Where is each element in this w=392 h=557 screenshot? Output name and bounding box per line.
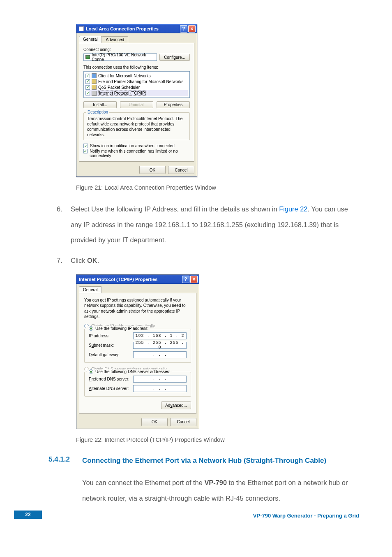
dns-fieldset: Use the following DNS server addresses: …	[84, 372, 191, 397]
pref-dns-input[interactable]: . . .	[133, 376, 187, 383]
description-group: Description Transmission Control Protoco…	[83, 112, 190, 140]
dialog1-pane: Connect using: Intel(R) PRO/100 VE Netwo…	[79, 43, 194, 162]
cancel-button[interactable]: Cancel	[170, 418, 196, 426]
configure-button[interactable]: Configure...	[159, 54, 190, 61]
section-number: 5.4.1.2	[41, 455, 82, 466]
figure-21-caption: Figure 21: Local Area Connection Propert…	[76, 184, 359, 191]
tab-general[interactable]: General	[79, 286, 102, 293]
checkbox-icon[interactable]: ✓	[83, 149, 88, 153]
step-7-text: Click OK.	[71, 253, 359, 269]
nic-field: Intel(R) PRO/100 VE Network Conne	[83, 53, 157, 61]
items-label: This connection uses the following items…	[83, 65, 190, 70]
ip-fieldset: Use the following IP address: IP address…	[84, 329, 191, 363]
radio-use-dns-label: Use the following DNS server addresses:	[95, 369, 170, 374]
pref-dns-label: Preferred DNS server:	[89, 377, 131, 381]
list-item[interactable]: ✓ QoS Packet Scheduler	[85, 84, 188, 90]
alt-dns-label: Alternate DNS server:	[89, 386, 131, 391]
gateway-label: Default gateway:	[89, 353, 131, 357]
ok-button[interactable]: OK	[141, 418, 168, 426]
list-item[interactable]: ✓ Client for Microsoft Networks	[85, 73, 188, 79]
dialog2-description: You can get IP settings assigned automat…	[84, 297, 191, 320]
ip-address-label: IP address:	[89, 334, 131, 338]
page-number: 22	[14, 511, 42, 519]
checkbox-icon[interactable]: ✓	[85, 79, 90, 84]
ip-address-input[interactable]: 192 . 168 . 1 . 2	[133, 332, 187, 339]
radio-use-ip[interactable]	[89, 326, 93, 331]
properties-button[interactable]: Properties	[157, 101, 190, 108]
tcpip-properties-dialog: Internet Protocol (TCP/IP) Properties ? …	[76, 274, 199, 429]
nic-icon	[85, 55, 90, 59]
dialog1-title: Local Area Connection Properties	[86, 26, 159, 31]
step-number: 6.	[57, 202, 71, 248]
checkbox-icon[interactable]: ✓	[83, 144, 88, 148]
help-button[interactable]: ?	[180, 25, 187, 32]
install-button[interactable]: Install...	[83, 101, 117, 108]
service-icon	[92, 85, 97, 90]
advanced-button[interactable]: Advanced...	[161, 402, 191, 409]
tab-advanced[interactable]: Advanced	[102, 36, 128, 43]
dialog1-tabs: General Advanced	[76, 33, 197, 43]
connection-items-list[interactable]: ✓ Client for Microsoft Networks ✓ File a…	[83, 71, 190, 98]
tab-general[interactable]: General	[79, 36, 102, 43]
network-icon	[79, 26, 84, 31]
description-text: Transmission Control Protocol/Internet P…	[87, 116, 186, 137]
figure-22-link[interactable]: Figure 22	[279, 205, 307, 213]
checkbox-icon[interactable]: ✓	[85, 85, 90, 90]
notify-checkbox-label: Notify me when this connection has limit…	[90, 149, 190, 158]
local-area-connection-dialog: Local Area Connection Properties ? × Gen…	[76, 24, 197, 177]
cancel-button[interactable]: Cancel	[168, 166, 194, 174]
step-number: 7.	[57, 253, 71, 269]
service-icon	[92, 79, 97, 84]
help-button[interactable]: ?	[182, 276, 189, 283]
subnet-mask-input[interactable]: 255 . 255 . 255 . 0	[133, 342, 187, 349]
ok-button[interactable]: OK	[139, 166, 166, 174]
radio-use-ip-label: Use the following IP address:	[95, 326, 148, 331]
subnet-mask-label: Subnet mask:	[89, 343, 131, 348]
section-title: Connecting the Ethernet Port via a Netwo…	[82, 455, 359, 466]
dialog1-titlebar[interactable]: Local Area Connection Properties ? ×	[76, 24, 197, 33]
radio-use-dns[interactable]	[89, 369, 93, 374]
close-button[interactable]: ×	[188, 25, 196, 32]
figure-22-caption: Figure 22: Internet Protocol (TCP/IP) Pr…	[76, 436, 359, 443]
list-item[interactable]: ✓ File and Printer Sharing for Microsoft…	[85, 79, 188, 84]
protocol-icon	[92, 91, 97, 96]
checkbox-icon[interactable]: ✓	[85, 91, 90, 95]
dialog2-pane: You can get IP settings assigned automat…	[79, 293, 196, 414]
footer-title: VP-790 Warp Generator - Preparing a Grid	[253, 513, 359, 519]
page-footer: 22 VP-790 Warp Generator - Preparing a G…	[0, 511, 392, 521]
dialog2-titlebar[interactable]: Internet Protocol (TCP/IP) Properties ? …	[76, 275, 199, 284]
uninstall-button[interactable]: Uninstall	[120, 101, 153, 108]
nic-name: Intel(R) PRO/100 VE Network Conne	[92, 53, 155, 62]
alt-dns-input[interactable]: . . .	[133, 385, 187, 392]
dialog2-title: Internet Protocol (TCP/IP) Properties	[79, 277, 157, 282]
checkbox-icon[interactable]: ✓	[85, 74, 90, 78]
close-button[interactable]: ×	[190, 276, 198, 283]
connect-using-label: Connect using:	[83, 47, 190, 52]
step-6-text: Select Use the following IP Address, and…	[71, 202, 359, 248]
client-icon	[92, 73, 97, 78]
gateway-input[interactable]: . . .	[133, 351, 187, 358]
show-icon-checkbox-label: Show icon in notification area when conn…	[90, 144, 175, 148]
list-item[interactable]: ✓ Internet Protocol (TCP/IP)	[85, 90, 188, 96]
description-label: Description	[86, 110, 109, 114]
section-body: You can connect the Ethernet port of the…	[82, 475, 359, 506]
